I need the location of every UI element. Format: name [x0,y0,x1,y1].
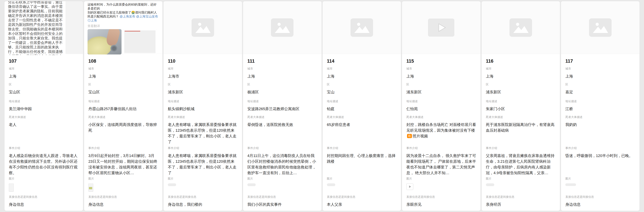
video-placeholder-icon [428,19,454,37]
location-link-shanghai[interactable]: ◎上海 [88,19,97,22]
field-value-city: 上海 [247,73,317,79]
field-value-address: 丹霞山路257弄馨佳园八街坊 [88,106,158,112]
field-value-deceased: 老人 [9,122,79,127]
field-value-direct: 本人父亲 [327,201,397,207]
image-thumbnail[interactable] [168,183,176,186]
field-value-direct: 亲眼所见 [406,201,476,207]
field-label-address: 地址描述 [327,100,397,103]
field-label-district: 区 [565,83,635,86]
field-value-address: 仁怡苑 [406,106,476,112]
field-value-event: 父亲周嘉祖，肾衰且瘫痪在床靠血透维持生命，3.21住进第七人民医院肾病科治疗，由… [486,153,556,176]
field-label-city: 城市 [168,67,238,70]
field-value-city: 上海 [406,73,476,79]
field-value-deceased: 我奶奶 [565,122,635,127]
record-card-115[interactable]: 115 城市上海 区浦东新区 地址描述仁怡苑 死者大体描述 封控，跳楼自杀当场死… [402,1,480,211]
card-cover-empty[interactable] [243,1,322,54]
mention-link-baoshan-fabu[interactable]: @上海宝山发布 [136,15,158,18]
field-label-image: 图片 [247,177,317,180]
record-card-110[interactable]: 110 城市上海市 区浦东新区 地址描述航头镇鹤沙航城 死者大体描述老人患有哮喘… [164,1,242,211]
record-card-111[interactable]: 111 城市上海 区杨浦区 地址描述安波路265弄兰花教师公寓南区 死者大体描述… [243,1,322,211]
field-value-deceased: 晕倒昏迷，送医院抢救无效 [247,122,317,127]
field-label-event: 事件介绍 [88,146,158,150]
gallery-board: 分左右联系上中华西居委会，通过微信语音确认了这一事实。由于需要保护患者家属的隐私… [0,0,644,212]
image-placeholder-icon [589,18,612,37]
field-value-address: 朱家门小区 [486,106,556,112]
field-value-event: 老人患有哮喘，家属联系居委报备要求就医，12345也表示尽快，但是120依然来不… [168,153,238,176]
field-label-city: 城市 [406,67,476,70]
field-label-district: 区 [168,83,238,86]
field-label-event: 事件介绍 [486,146,556,150]
field-value-event: 3月9日起开始封控，3月14日解封。3月23日又一轮封控开始，期间这位保安始终没… [88,153,158,176]
field-value-direct: 亲身经历 [486,201,556,207]
field-label-deceased: 死者大体描述 [9,115,79,119]
field-label-address: 地址描述 [406,100,476,103]
field-value-deceased: 老人患有哮喘，家属联系居委报备要求就医，12345也表示尽快，但是120依然来不… [168,122,238,145]
field-value-district: 嘉定 [565,89,635,95]
field-label-direct: 直接信息还是间接信息 [406,195,476,199]
card-cover-empty[interactable] [322,1,401,54]
record-card-117[interactable]: 117 城市上海 区嘉定 地址描述江桥 死者大体描述我奶奶 事件介绍昏迷，呼吸微… [561,1,640,211]
field-value-event: 昏迷，呼吸微弱，120半小时到，已晚。 [565,153,635,159]
has-media-badge: 有 [407,134,412,138]
video-thumbnail[interactable] [406,183,413,190]
image-thumbnail[interactable] [327,183,335,186]
record-number: 108 [88,59,158,64]
field-value-city: 上海市 [168,73,238,79]
card-cover-empty[interactable] [561,1,640,54]
card-cover-tweet-screenshot[interactable]: 运输有时间，为什么跟居委会的60的菜能到，还好多是烂的 别的区都已经分发过几批物… [84,1,162,54]
field-value-city: 上海 [9,73,79,79]
image-placeholder-icon [510,18,532,37]
mention-link-shanghai-fabu[interactable]: @上海发布 [120,15,135,18]
field-label-image: 图片 [565,177,635,180]
field-value-city: 上海 [565,73,635,79]
image-thumbnail[interactable] [247,183,256,186]
card-cover-video[interactable] [402,1,480,54]
field-label-deceased: 死者大体描述 [565,115,635,119]
record-card-108[interactable]: 运输有时间，为什么跟居委会的60的菜能到，还好多是烂的 别的区都已经分发过几批物… [84,1,162,211]
screenshot-thumbnail[interactable] [88,183,93,192]
field-label-city: 城市 [9,67,79,70]
field-label-deceased: 死者大体描述 [168,115,238,119]
record-number: 115 [406,59,476,64]
card-cover-empty[interactable] [164,1,242,54]
card-cover-empty[interactable] [482,1,560,54]
field-label-deceased: 死者大体描述 [486,115,556,119]
field-value-district: 杨浦区 [247,89,317,95]
tweet-images [88,29,159,55]
field-value-address: 美兰湖中华园 [9,106,79,112]
field-value-event: 因为凌晨十二点自杀， 很久救护车来了可能看到现场死了， 尸体留在原地，后来半夜也… [406,153,476,176]
field-label-event: 事件介绍 [9,146,79,150]
image-thumbnail[interactable] [486,183,494,186]
field-label-image: 图片 [406,177,476,180]
record-card-107[interactable]: 分左右联系上中华西居委会，通过微信语音确认了这一事实。由于需要保护患者家属的隐私… [4,1,83,211]
card-cover-chat-screenshot[interactable]: 分左右联系上中华西居委会，通过微信语音确认了这一事实。由于需要保护患者家属的隐私… [4,1,83,54]
record-card-116[interactable]: 116 城市上海 区浦东新区 地址描述朱家门小区 死者大体描述死于浦东医院新冠隔… [482,1,560,211]
screenshot-thumbnail[interactable] [9,183,14,192]
field-label-district: 区 [88,83,158,86]
field-label-direct: 直接信息还是间接信息 [88,195,158,199]
field-value-deceased: 死于浦东医院新冠隔离治疗中，有肾衰高血压封基础病 [486,122,556,133]
field-label-deceased: 死者大体描述 [88,115,158,119]
field-value-city: 上海 [88,73,158,79]
field-label-direct: 直接信息还是间接信息 [565,195,635,199]
image-thumbnail[interactable] [565,183,576,186]
field-label-city: 城市 [327,67,397,70]
record-number: 111 [247,59,317,64]
field-value-address: 安波路265弄兰花教师公寓南区 [247,106,317,112]
field-value-deceased: 小区保安，连续两周高强度值班，导致猝死 [88,122,158,133]
record-number: 114 [327,59,397,64]
field-value-city: 上海 [327,73,397,79]
field-label-direct: 直接信息还是间接信息 [486,195,556,199]
field-label-event: 事件介绍 [247,146,317,150]
record-card-114[interactable]: 114 城市上海 区宝山 地址描述铂庭 死者大体描述65岁癌症患者 事件介绍封控… [322,1,401,211]
field-value-address: 航头镇鹤沙航城 [168,106,238,112]
tweet-text: 运输有时间，为什么跟居委会的60的菜能到，还好多是烂的 别的区都已经分发过几批物… [88,3,159,23]
field-value-address: 铂庭 [327,106,397,112]
article-text-screenshot[interactable] [123,29,157,55]
field-value-district: 浦东新区 [168,89,238,95]
translate-link[interactable]: 查看翻译 [88,24,159,28]
field-label-event: 事件介绍 [327,146,397,150]
rotten-cabbage-photo[interactable] [88,29,122,55]
field-value-direct: 身边信息，我们楼的 [168,201,238,207]
field-value-event: 4月11日上午，这位消毒防疫人员在给我们小区封控楼做消杀的时候突然晕倒，小区里有… [247,153,317,176]
